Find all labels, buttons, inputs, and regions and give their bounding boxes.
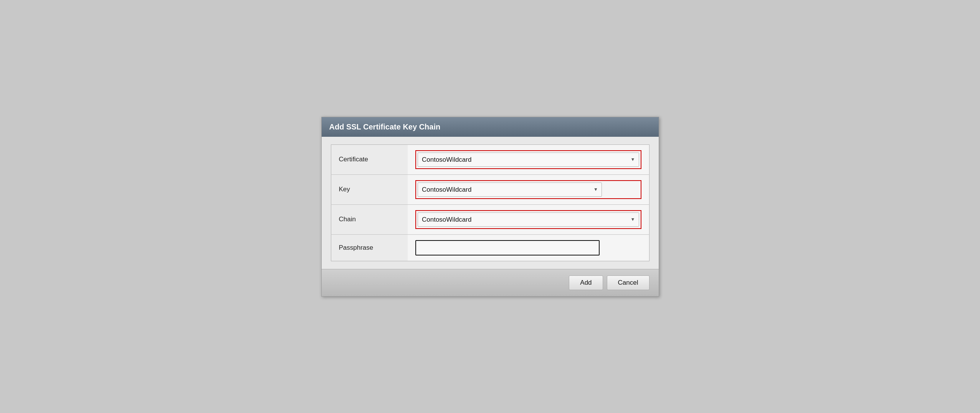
add-button[interactable]: Add	[569, 275, 603, 290]
chain-highlight: ContosoWildcard ▼	[415, 210, 641, 229]
certificate-input-cell: ContosoWildcard ▼	[408, 144, 649, 174]
key-select[interactable]: ContosoWildcard	[418, 182, 602, 197]
key-select-wrapper: ContosoWildcard ▼	[418, 182, 602, 197]
passphrase-input[interactable]	[415, 240, 600, 255]
chain-select[interactable]: ContosoWildcard	[418, 212, 639, 227]
form-table: Certificate ContosoWildcard ▼	[331, 144, 649, 261]
certificate-select-wrapper: ContosoWildcard ▼	[418, 153, 639, 167]
chain-input-cell: ContosoWildcard ▼	[408, 204, 649, 234]
passphrase-input-cell	[408, 234, 649, 261]
chain-select-wrapper: ContosoWildcard ▼	[418, 212, 639, 227]
key-input-cell: ContosoWildcard ▼	[408, 174, 649, 204]
passphrase-row: Passphrase	[331, 234, 649, 261]
chain-row: Chain ContosoWildcard ▼	[331, 204, 649, 234]
cancel-button[interactable]: Cancel	[607, 275, 649, 290]
dialog-body: Certificate ContosoWildcard ▼	[322, 137, 659, 269]
key-label: Key	[331, 174, 408, 204]
dialog-header: Add SSL Certificate Key Chain	[322, 117, 659, 137]
passphrase-label: Passphrase	[331, 234, 408, 261]
key-row: Key ContosoWildcard ▼	[331, 174, 649, 204]
chain-label: Chain	[331, 204, 408, 234]
key-highlight: ContosoWildcard ▼	[415, 180, 641, 199]
certificate-select[interactable]: ContosoWildcard	[418, 153, 639, 167]
certificate-highlight: ContosoWildcard ▼	[415, 150, 641, 169]
dialog-title: Add SSL Certificate Key Chain	[329, 123, 441, 131]
dialog-footer: Add Cancel	[322, 269, 659, 296]
certificate-row: Certificate ContosoWildcard ▼	[331, 144, 649, 174]
dialog: Add SSL Certificate Key Chain Certificat…	[321, 117, 659, 297]
certificate-label: Certificate	[331, 144, 408, 174]
